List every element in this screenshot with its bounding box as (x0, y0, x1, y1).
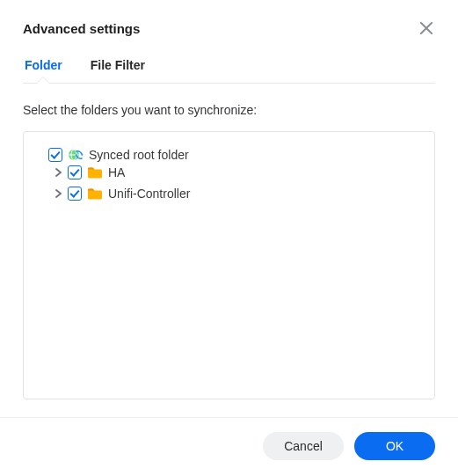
tab-file-filter[interactable]: File Filter (89, 58, 147, 83)
folder-tree: Synced root folder (34, 144, 424, 208)
tab-folder[interactable]: Folder (23, 58, 64, 83)
tree-item-label: HA (108, 165, 125, 179)
dialog-footer: Cancel OK (0, 417, 458, 476)
checkbox-ha[interactable] (68, 165, 82, 179)
close-button[interactable] (418, 19, 435, 37)
dialog-title: Advanced settings (23, 21, 140, 36)
svg-marker-2 (81, 154, 84, 156)
ok-button[interactable]: OK (354, 432, 435, 460)
sync-globe-icon (68, 148, 84, 162)
checkbox-root[interactable] (48, 148, 62, 162)
tree-row[interactable]: Unifi-Controller (54, 187, 424, 201)
close-icon (420, 22, 433, 34)
tree-item: HA (54, 162, 424, 183)
tree-root-item: Synced root folder (34, 144, 424, 208)
tree-row[interactable]: Synced root folder (34, 148, 424, 162)
expander-icon[interactable] (54, 189, 62, 198)
tree-item-label: Synced root folder (89, 148, 189, 162)
folder-icon (87, 165, 103, 179)
tree-item-label: Unifi-Controller (108, 187, 190, 201)
tab-bar: Folder File Filter (23, 58, 435, 84)
folder-tree-box: Synced root folder (23, 131, 435, 399)
dialog-header: Advanced settings (23, 19, 435, 37)
folder-icon (87, 187, 103, 201)
tree-item: Unifi-Controller (54, 183, 424, 204)
tree-row[interactable]: HA (54, 165, 424, 179)
instruction-text: Select the folders you want to synchroni… (23, 103, 435, 117)
checkbox-unifi[interactable] (68, 187, 82, 201)
expander-icon[interactable] (54, 168, 62, 177)
cancel-button[interactable]: Cancel (263, 432, 344, 460)
dialog: Advanced settings Folder File Filter Sel… (0, 0, 458, 476)
